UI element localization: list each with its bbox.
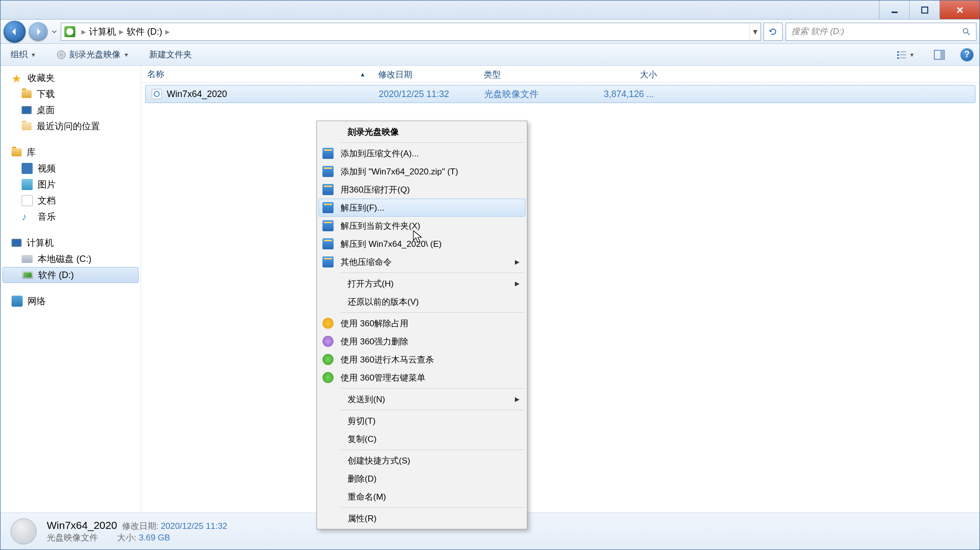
context-menu: 刻录光盘映像 添加到压缩文件(A)... 添加到 "Win7x64_2020.z…	[316, 121, 527, 529]
submenu-arrow-icon: ▶	[515, 258, 519, 265]
360-icon	[322, 336, 334, 347]
column-name[interactable]: 名称▲	[141, 66, 372, 82]
forward-button[interactable]	[29, 22, 48, 41]
preview-pane-button[interactable]	[930, 48, 948, 61]
new-folder-button[interactable]: 新建文件夹	[145, 47, 196, 62]
svg-point-4	[60, 54, 62, 56]
file-size: 3,874,126 ...	[584, 89, 660, 100]
recent-icon	[22, 122, 32, 130]
ctx-properties[interactable]: 属性(R)	[318, 509, 525, 527]
star-icon: ★	[12, 72, 23, 83]
address-bar[interactable]: ▸ 计算机 ▸ 软件 (D:) ▸ ▾	[61, 23, 761, 41]
back-button[interactable]	[4, 21, 26, 43]
svg-rect-8	[900, 54, 906, 55]
ctx-burn[interactable]: 刻录光盘映像	[318, 123, 525, 141]
burn-image-button[interactable]: 刻录光盘映像 ▼	[52, 47, 133, 62]
360-icon	[322, 354, 334, 365]
ctx-open-with[interactable]: 打开方式(H)▶	[318, 274, 525, 293]
archive-icon	[322, 166, 334, 177]
computer-icon	[12, 239, 22, 247]
address-dropdown-icon[interactable]: ▾	[749, 23, 760, 40]
ctx-360-menu[interactable]: 使用 360管理右键菜单	[318, 369, 525, 387]
library-icon	[12, 148, 22, 156]
archive-icon	[322, 184, 334, 195]
maximize-button[interactable]	[909, 1, 939, 19]
sidebar-item-desktop[interactable]: 桌面	[1, 102, 141, 118]
archive-icon	[322, 256, 334, 267]
sidebar-computer-head[interactable]: 计算机	[1, 235, 141, 251]
svg-rect-12	[940, 50, 944, 59]
navigation-bar: ▸ 计算机 ▸ 软件 (D:) ▸ ▾ 搜索 软件 (D:)	[1, 20, 979, 44]
ctx-cut[interactable]: 剪切(T)	[318, 412, 525, 430]
column-type[interactable]: 类型	[478, 66, 583, 82]
breadcrumb-separator-icon[interactable]: ▸	[162, 26, 173, 37]
ctx-360-scan[interactable]: 使用 360进行木马云查杀	[318, 350, 525, 369]
archive-icon	[322, 202, 334, 213]
search-icon	[962, 27, 971, 36]
ctx-restore-prev[interactable]: 还原以前的版本(V)	[318, 293, 525, 311]
svg-rect-5	[897, 51, 899, 53]
svg-rect-6	[900, 51, 906, 52]
cursor-icon	[413, 230, 423, 243]
ctx-open-360zip[interactable]: 用360压缩打开(Q)	[318, 180, 525, 199]
chevron-down-icon: ▼	[124, 52, 129, 58]
svg-rect-0	[892, 12, 898, 13]
svg-rect-7	[897, 54, 899, 56]
breadcrumb-separator-icon[interactable]: ▸	[116, 26, 127, 37]
toolbar: 组织 ▼ 刻录光盘映像 ▼ 新建文件夹 ▼ ?	[1, 44, 979, 66]
network-icon	[12, 296, 23, 307]
breadcrumb-root[interactable]: 计算机	[89, 26, 116, 38]
sidebar-item-drive-c[interactable]: 本地磁盘 (C:)	[1, 251, 141, 267]
column-size[interactable]: 大小	[583, 66, 664, 82]
sidebar-item-videos[interactable]: 视频	[1, 160, 141, 176]
iso-file-icon	[152, 89, 162, 99]
file-list: 名称▲ 修改日期 类型 大小 Win7x64_2020 2020/12/25 1…	[141, 66, 979, 512]
sidebar-favorites-head[interactable]: ★收藏夹	[1, 70, 141, 86]
breadcrumb-separator-icon[interactable]: ▸	[78, 26, 89, 37]
details-name: Win7x64_2020	[47, 519, 117, 531]
minimize-button[interactable]	[879, 1, 909, 19]
column-date[interactable]: 修改日期	[372, 66, 478, 82]
view-options-button[interactable]: ▼	[893, 48, 918, 61]
history-dropdown-icon[interactable]	[51, 28, 58, 35]
video-icon	[22, 163, 33, 174]
disc-icon	[56, 50, 66, 60]
archive-icon	[322, 220, 334, 231]
ctx-rename[interactable]: 重命名(M)	[318, 488, 525, 506]
organize-button[interactable]: 组织 ▼	[7, 47, 40, 62]
drive-icon	[64, 26, 75, 37]
sidebar-item-documents[interactable]: 文档	[1, 193, 141, 209]
preview-pane-icon	[934, 50, 945, 60]
ctx-delete[interactable]: 删除(D)	[318, 470, 525, 488]
ctx-360-unlock[interactable]: 使用 360解除占用	[318, 314, 525, 332]
ctx-add-zip[interactable]: 添加到 "Win7x64_2020.zip" (T)	[318, 162, 525, 180]
sidebar-item-music[interactable]: ♪音乐	[1, 209, 141, 225]
ctx-other-zip[interactable]: 其他压缩命令▶	[318, 253, 525, 271]
sidebar-item-downloads[interactable]: 下载	[1, 86, 141, 102]
ctx-360-force-delete[interactable]: 使用 360强力删除	[318, 332, 525, 350]
file-date: 2020/12/25 11:32	[373, 89, 478, 100]
file-name: Win7x64_2020	[167, 89, 227, 100]
sidebar-libraries-head[interactable]: 库	[1, 144, 141, 160]
ctx-copy[interactable]: 复制(C)	[318, 430, 525, 448]
sort-ascending-icon: ▲	[360, 71, 366, 78]
sidebar-item-drive-d[interactable]: 软件 (D:)	[3, 267, 139, 283]
refresh-button[interactable]	[764, 23, 783, 41]
sidebar-item-recent[interactable]: 最近访问的位置	[1, 118, 141, 134]
breadcrumb-current[interactable]: 软件 (D:)	[127, 26, 162, 38]
sidebar-item-pictures[interactable]: 图片	[1, 176, 141, 193]
search-placeholder: 搜索 软件 (D:)	[791, 26, 844, 37]
search-input[interactable]: 搜索 软件 (D:)	[786, 23, 976, 41]
document-icon	[22, 195, 33, 206]
desktop-icon	[22, 106, 32, 114]
ctx-extract-to[interactable]: 解压到(F)...	[318, 199, 525, 217]
ctx-add-archive[interactable]: 添加到压缩文件(A)...	[318, 144, 525, 162]
help-button[interactable]: ?	[960, 48, 973, 61]
close-button[interactable]	[939, 1, 979, 19]
svg-rect-10	[900, 57, 906, 58]
ctx-shortcut[interactable]: 创建快捷方式(S)	[318, 451, 525, 470]
details-type: 光盘映像文件	[47, 533, 98, 542]
sidebar-network-head[interactable]: 网络	[1, 293, 141, 309]
ctx-send-to[interactable]: 发送到(N)▶	[318, 390, 525, 408]
file-row[interactable]: Win7x64_2020 2020/12/25 11:32 光盘映像文件 3,8…	[145, 85, 975, 103]
